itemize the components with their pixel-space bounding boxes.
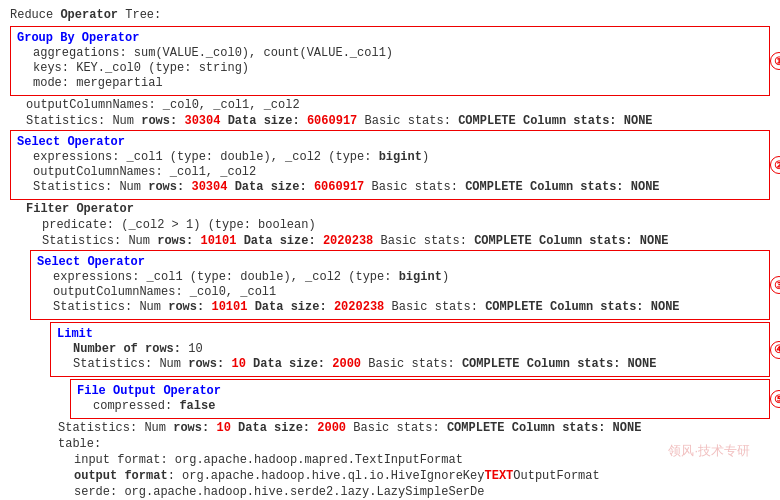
filter-predicate: predicate: (_col2 > 1) (type: boolean) (10, 218, 770, 232)
main-container: Reduce Operator Tree: Group By Operator … (0, 0, 780, 500)
block4: Limit Number of rows: 10 Statistics: Num… (50, 322, 770, 377)
filter-stats: Statistics: Num rows: 10101 Data size: 2… (10, 234, 770, 248)
circle3: ③ (770, 276, 780, 294)
block1-line1: aggregations: sum(VALUE._col0), count(VA… (17, 46, 763, 60)
block1: Group By Operator aggregations: sum(VALU… (10, 26, 770, 96)
block1-wrapper: Group By Operator aggregations: sum(VALU… (10, 26, 770, 96)
trailing-serde: serde: org.apache.hadoop.hive.serde2.laz… (10, 485, 770, 499)
trailing-output-format: output format: org.apache.hadoop.hive.ql… (10, 469, 770, 483)
block3-line2: outputColumnNames: _col0, _col1 (37, 285, 763, 299)
page-title: Reduce Operator Tree: (10, 8, 770, 22)
block2: Select Operator expressions: _col1 (type… (10, 130, 770, 200)
block3-stats: Statistics: Num rows: 10101 Data size: 2… (37, 300, 763, 314)
block5-wrapper: File Output Operator compressed: false ⑤ (70, 379, 770, 419)
title-bold: Operator (60, 8, 118, 22)
block2-line1: expressions: _col1 (type: double), _col2… (17, 150, 763, 164)
trailing-table: table: (10, 437, 770, 451)
circle2: ② (770, 156, 780, 174)
trailing-input-format: input format: org.apache.hadoop.mapred.T… (10, 453, 770, 467)
block2-header: Select Operator (17, 135, 763, 149)
block3: Select Operator expressions: _col1 (type… (30, 250, 770, 320)
trailing-stats: Statistics: Num rows: 10 Data size: 2000… (10, 421, 770, 435)
block3-header: Select Operator (37, 255, 763, 269)
block5-line1: compressed: false (77, 399, 763, 413)
stats-line-1: Statistics: Num rows: 30304 Data size: 6… (10, 114, 770, 128)
circle1: ① (770, 52, 780, 70)
output-col-names-1: outputColumnNames: _col0, _col1, _col2 (10, 98, 770, 112)
block2-line2: outputColumnNames: _col1, _col2 (17, 165, 763, 179)
block4-stats: Statistics: Num rows: 10 Data size: 2000… (57, 357, 763, 371)
block5: File Output Operator compressed: false (70, 379, 770, 419)
block3-wrapper: Select Operator expressions: _col1 (type… (30, 250, 770, 320)
block1-line3: mode: mergepartial (17, 76, 763, 90)
block2-stats: Statistics: Num rows: 30304 Data size: 6… (17, 180, 763, 194)
block4-line1: Number of rows: 10 (57, 342, 763, 356)
block5-header: File Output Operator (77, 384, 763, 398)
circle5: ⑤ (770, 390, 780, 408)
block4-header: Limit (57, 327, 763, 341)
block4-wrapper: Limit Number of rows: 10 Statistics: Num… (50, 322, 770, 377)
title-prefix: Reduce (10, 8, 60, 22)
block1-line2: keys: KEY._col0 (type: string) (17, 61, 763, 75)
block1-header: Group By Operator (17, 31, 763, 45)
filter-header: Filter Operator (10, 202, 770, 216)
circle4: ④ (770, 341, 780, 359)
block3-line1: expressions: _col1 (type: double), _col2… (37, 270, 763, 284)
title-suffix: Tree: (118, 8, 161, 22)
block2-wrapper: Select Operator expressions: _col1 (type… (10, 130, 770, 200)
